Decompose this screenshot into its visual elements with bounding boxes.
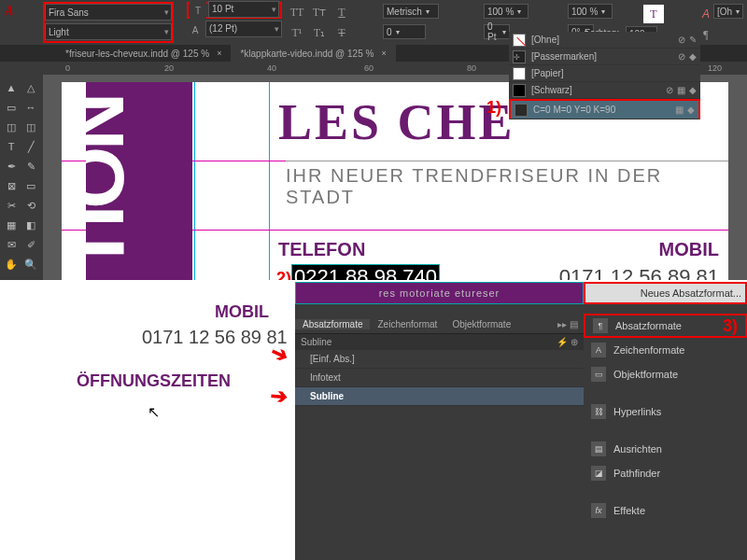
flyout-item-effekte[interactable]: fxEffekte xyxy=(584,498,747,523)
mobil-value: 0171 12 56 89 81 xyxy=(559,265,719,280)
font-size-combo[interactable]: 10 Pt xyxy=(208,1,279,18)
headline-text: LES CHE xyxy=(278,93,515,151)
eyedropper-tool[interactable]: ✐ xyxy=(21,235,40,254)
none-combo[interactable]: [Oh xyxy=(713,4,743,19)
swatch-row[interactable]: [Papier] xyxy=(509,65,700,82)
frame-tool[interactable]: ⊠ xyxy=(2,176,21,195)
flyout-item-objekt[interactable]: ▭Objektformate xyxy=(584,362,747,386)
mobil-label: MOBIL xyxy=(659,239,719,260)
scissors-tool[interactable]: ✂ xyxy=(2,196,21,215)
flyout-menu: Neues Absatzformat... ¶Absatzformate3) A… xyxy=(584,282,747,560)
font-family-combo[interactable]: Fira Sans xyxy=(45,4,172,21)
leading-icon: A xyxy=(187,21,204,38)
pen-tool[interactable]: ✒ xyxy=(2,157,21,175)
annotation-2: 2) xyxy=(276,269,291,280)
gradient-feather-tool[interactable]: ◧ xyxy=(21,216,40,234)
zoom-tool[interactable]: 🔍 xyxy=(21,255,40,273)
style-item-selected[interactable]: Subline xyxy=(295,387,584,406)
hscale-combo[interactable]: 100 % xyxy=(484,4,529,19)
content-collector-tool[interactable]: ◫ xyxy=(2,118,21,136)
ban-icon: ⊘ xyxy=(666,85,673,95)
lower-area: MOBIL 0171 12 56 89 81 ÖFFNUNGSZEITEN ↖ … xyxy=(0,280,747,560)
paragraph-styles-panel: res motoriate etureser Absatzformate Zei… xyxy=(295,282,584,560)
hand-tool[interactable]: ✋ xyxy=(2,255,21,273)
font-group: Fira Sans Light xyxy=(43,2,174,43)
vscale-combo[interactable]: 100 % xyxy=(568,4,613,19)
swatch-label: [Passermarken] xyxy=(531,51,597,62)
font-weight-combo[interactable]: Light xyxy=(45,23,172,40)
underline-icon[interactable]: T xyxy=(331,3,352,21)
fill-t-icon[interactable]: T xyxy=(643,5,664,23)
transform-tool[interactable]: ⟲ xyxy=(21,196,40,215)
subline-text: IHR NEUER TRENDFRISEUR IN DER STADT xyxy=(286,161,728,208)
ruler-tick: 120 xyxy=(708,63,722,73)
canvas-2[interactable]: MOBIL 0171 12 56 89 81 ÖFFNUNGSZEITEN ↖ … xyxy=(0,280,295,560)
page-tool[interactable]: ▭ xyxy=(2,98,21,117)
ban-icon: ⊘ xyxy=(678,51,685,62)
leading-row: A (12 Pt) xyxy=(187,21,282,38)
style-item[interactable]: [Einf. Abs.] xyxy=(295,350,584,369)
swatch-label: [Papier] xyxy=(531,68,563,78)
telefon-label: TELEFON xyxy=(278,239,365,260)
link-icon: ⛓ xyxy=(591,404,606,419)
gap-tool[interactable]: ↔ xyxy=(21,98,40,117)
pencil-tool[interactable]: ✎ xyxy=(21,157,40,175)
mobil-value-2: 0171 12 56 89 81 xyxy=(142,327,288,348)
leading-combo[interactable]: (12 Pt) xyxy=(205,21,282,37)
flyout-item-absatz[interactable]: ¶Absatzformate3) xyxy=(584,314,747,338)
close-icon[interactable]: × xyxy=(217,49,221,58)
swatch-row[interactable]: ✢[Passermarken]⊘◆ xyxy=(509,49,700,65)
bolt-icon[interactable]: ⚡ ⊕ xyxy=(557,337,578,347)
panel-tab-absatz[interactable]: Absatzformate xyxy=(295,319,370,329)
char-icon: A xyxy=(591,343,606,357)
oeffnung-label: ÖFFNUNGSZEITEN xyxy=(77,371,231,391)
guide[interactable] xyxy=(269,82,270,280)
smallcaps-icon[interactable]: Tᴛ xyxy=(309,3,330,21)
gradient-tool[interactable]: ▦ xyxy=(2,216,21,234)
flyout-item-pathfinder[interactable]: ◪Pathfinder xyxy=(584,461,747,485)
panel-header: Subline⚡ ⊕ xyxy=(295,334,584,350)
char-mode-icon[interactable]: A xyxy=(0,0,19,45)
style-item[interactable]: Infotext xyxy=(295,369,584,387)
swatch-row-selected[interactable]: C=0 M=0 Y=0 K=90▦◆ xyxy=(509,99,700,119)
tab-doc-1[interactable]: *friseur-les-cheveux.indd @ 125 %× xyxy=(56,45,231,62)
baseline-combo[interactable]: 0 Pt xyxy=(484,24,510,39)
flyout-item-align[interactable]: ▤Ausrichten xyxy=(584,437,747,461)
annotation-1: 1) xyxy=(486,98,501,118)
panel-tab-zeichen[interactable]: Zeichenformat xyxy=(370,319,444,329)
toolbox: ▲ △ ▭ ↔ ◫ ◫ T ╱ ✒ ✎ ⊠ ▭ ✂ ⟲ ▦ ◧ ✉ ✐ ✋ 🔍 xyxy=(0,75,43,280)
guide[interactable] xyxy=(194,82,195,280)
flyout-item-hyperlinks[interactable]: ⛓Hyperlinks xyxy=(584,399,747,424)
direct-selection-tool[interactable]: △ xyxy=(21,78,40,97)
selection-tool[interactable]: ▲ xyxy=(2,78,21,97)
ruler-tick: 80 xyxy=(467,63,476,73)
flyout-new[interactable]: Neues Absatzformat... xyxy=(584,282,747,304)
kern-mode-combo[interactable]: Metrisch xyxy=(383,4,439,19)
align-icon: ▤ xyxy=(591,441,606,456)
edit-icon: ✎ xyxy=(689,35,697,45)
allcaps-icon[interactable]: TT xyxy=(287,3,307,21)
swatch-row[interactable]: [Schwarz]⊘▦◆ xyxy=(509,82,700,99)
note-tool[interactable]: ✉ xyxy=(2,235,21,254)
strike-icon[interactable]: T xyxy=(331,23,352,42)
telefon-value[interactable]: 2)0221 88 98 740 xyxy=(276,265,440,280)
kern-val-combo[interactable]: 0 xyxy=(383,24,426,39)
content-placer-tool[interactable]: ◫ xyxy=(21,118,40,136)
annotation-3: 3) xyxy=(723,316,738,336)
subscript-icon[interactable]: T₁ xyxy=(309,23,330,42)
panel-tab-objekt[interactable]: Objektformate xyxy=(444,319,518,329)
type-tool[interactable]: T xyxy=(2,137,21,156)
panel-menu-icon[interactable]: ▸▸ ▤ xyxy=(557,319,584,329)
ruler-tick: 60 xyxy=(364,63,374,73)
close-icon[interactable]: × xyxy=(381,49,386,58)
swatch-row[interactable]: [Ohne]⊘✎ xyxy=(509,32,700,49)
line-tool[interactable]: ╱ xyxy=(21,137,40,156)
para-icon: ¶ xyxy=(593,318,608,333)
superscript-icon[interactable]: T¹ xyxy=(287,23,307,42)
flyout-item-zeichen[interactable]: AZeichenformate xyxy=(584,338,747,362)
tab-doc-2[interactable]: *klappkarte-video.indd @ 125 %× xyxy=(231,45,395,62)
rectangle-tool[interactable]: ▭ xyxy=(21,176,40,195)
cursor-icon: ↖ xyxy=(148,403,160,421)
obj-icon: ▭ xyxy=(591,367,606,382)
purple-bar: res motoriate etureser xyxy=(295,282,584,304)
